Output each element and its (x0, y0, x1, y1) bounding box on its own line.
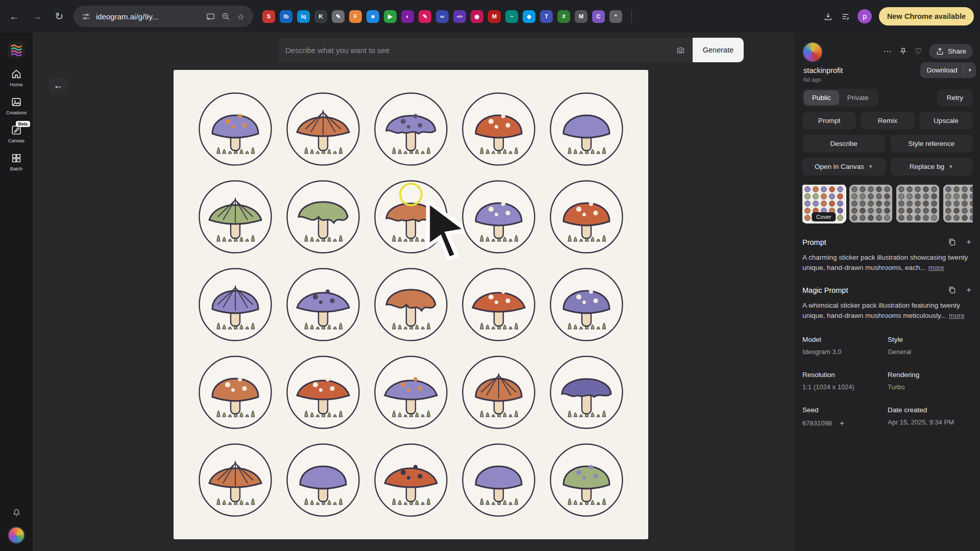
extensions-row: SlbiqK✎F■▶◐✎∞</>◉M~◆T#MC* (262, 10, 622, 23)
sidebar-item-creations[interactable]: Creations (0, 96, 33, 115)
prompt-more-link[interactable]: more (928, 264, 944, 271)
extension-icon[interactable]: iq (297, 10, 310, 23)
sidebar-item-canvas[interactable]: BetaCanvas (0, 124, 33, 143)
camera-icon[interactable] (675, 45, 685, 55)
reading-list-icon[interactable] (840, 11, 850, 21)
share-button[interactable]: Share (929, 44, 973, 59)
open-in-canvas-button[interactable]: Open in Canvas▼ (802, 158, 886, 176)
browser-profile-avatar[interactable]: p (857, 9, 872, 23)
generation-thumbnail[interactable] (849, 185, 892, 222)
url-text: ideogram.ai/g/9y... (96, 12, 200, 21)
more-options-icon[interactable]: ⋯ (884, 46, 892, 56)
address-bar[interactable]: ideogram.ai/g/9y... ☆ (74, 6, 253, 27)
extension-icon[interactable]: </> (453, 10, 466, 23)
extension-icon[interactable]: ◐ (401, 10, 414, 23)
mushroom-sticker (373, 354, 449, 431)
extension-icon[interactable]: C (592, 10, 605, 23)
generated-image[interactable] (174, 70, 648, 539)
extension-icon[interactable]: T (540, 10, 553, 23)
prompt-text: A charming sticker pack illustration sho… (802, 253, 973, 272)
meta-value: 67831098 (802, 419, 832, 427)
meta-cell: Date createdApr 15, 2025, 9:34 PM (888, 406, 973, 428)
mushroom-sticker (373, 91, 449, 167)
generation-thumbnail[interactable] (896, 185, 939, 222)
mushroom-sticker (548, 179, 625, 255)
mushroom-sticker (548, 91, 625, 167)
ideogram-logo[interactable] (8, 41, 25, 58)
retry-button[interactable]: Retry (937, 89, 973, 106)
extension-icon[interactable]: ◉ (471, 10, 483, 23)
mushroom-sticker (197, 179, 274, 255)
meta-value: 1:1 (1024 x 1024) (802, 383, 854, 391)
extension-icon[interactable]: F (349, 10, 362, 23)
mushroom-sticker (460, 91, 537, 167)
replace-bg-button[interactable]: Replace bg▼ (890, 158, 973, 176)
extension-icon[interactable]: ◆ (523, 10, 535, 23)
copy-prompt-icon[interactable] (948, 238, 957, 246)
user-avatar[interactable] (8, 527, 25, 544)
mushroom-sticker (373, 266, 449, 343)
extension-icon[interactable]: ∞ (436, 10, 449, 23)
extension-icon[interactable]: ✎ (332, 10, 345, 23)
prompt-button[interactable]: Prompt (802, 112, 856, 130)
download-chevron-icon[interactable]: ▾ (964, 63, 976, 78)
magic-prompt-more-link[interactable]: more (949, 312, 965, 319)
tune-icon[interactable] (81, 11, 91, 21)
notifications-bell-icon[interactable] (11, 507, 21, 517)
extension-icon[interactable]: K (314, 10, 327, 23)
like-heart-icon[interactable]: ♡ (915, 46, 922, 56)
upscale-button[interactable]: Upscale (919, 112, 973, 130)
extension-icon[interactable]: # (557, 10, 570, 23)
downloads-icon[interactable] (823, 11, 833, 21)
generate-button[interactable]: Generate (693, 38, 744, 62)
describe-button[interactable]: Describe (802, 135, 886, 153)
browser-reload-button[interactable]: ↻ (51, 8, 67, 24)
visibility-public-option[interactable]: Public (804, 90, 839, 105)
update-chrome-button[interactable]: New Chrome available (879, 7, 974, 26)
mushroom-sticker (460, 266, 537, 343)
add-prompt-icon[interactable]: ＋ (965, 237, 973, 247)
zoom-out-icon[interactable] (220, 11, 231, 21)
visibility-private-option[interactable]: Private (839, 90, 877, 105)
style-reference-button[interactable]: Style reference (890, 135, 973, 153)
remix-button[interactable]: Remix (861, 112, 914, 130)
meta-cell: ModelIdeogram 3.0 (802, 336, 888, 356)
prompt-section-title: Prompt (802, 238, 940, 246)
generation-thumbnail[interactable]: Cover (802, 185, 845, 222)
extension-icon[interactable]: ■ (366, 10, 379, 23)
mushroom-sticker (548, 442, 625, 518)
generation-thumbnail[interactable] (943, 185, 973, 222)
extension-icon[interactable]: M (488, 10, 501, 23)
pin-icon[interactable] (899, 47, 908, 56)
magic-prompt-section-title: Magic Prompt (802, 286, 940, 294)
browser-forward-button[interactable]: → (29, 8, 45, 24)
extension-icon[interactable]: ✎ (419, 10, 431, 23)
creator-username[interactable]: stackinprofit (803, 66, 843, 74)
main-content: Generate ← (33, 33, 794, 551)
add-magic-prompt-icon[interactable]: ＋ (965, 285, 973, 295)
beta-badge: Beta (16, 121, 30, 127)
bookmark-star-icon[interactable]: ☆ (236, 11, 246, 21)
copy-magic-prompt-icon[interactable] (948, 286, 957, 294)
extension-icon[interactable]: S (262, 10, 275, 23)
prompt-field[interactable] (278, 38, 693, 62)
extension-icon[interactable]: ▶ (384, 10, 397, 23)
mushroom-sticker (460, 442, 537, 518)
extension-icon[interactable]: M (575, 10, 587, 23)
download-button[interactable]: Download ▾ (920, 62, 976, 78)
prompt-input[interactable] (285, 46, 670, 55)
back-button[interactable]: ← (49, 77, 67, 95)
extension-icon[interactable]: ~ (505, 10, 518, 23)
browser-back-button[interactable]: ← (6, 8, 22, 24)
sidebar-item-batch[interactable]: Batch (0, 153, 33, 171)
sidebar-item-home[interactable]: Home (0, 68, 33, 87)
extension-icon[interactable]: * (609, 10, 622, 23)
mushroom-sticker (460, 179, 537, 255)
extension-icon[interactable]: lb (280, 10, 292, 23)
mushroom-sticker (285, 354, 361, 431)
add-seed-icon[interactable]: ＋ (838, 418, 846, 428)
creator-avatar[interactable] (802, 42, 823, 62)
meta-value: Apr 15, 2025, 9:34 PM (888, 418, 954, 426)
mushroom-sticker (548, 266, 625, 343)
cast-icon[interactable] (205, 11, 215, 21)
